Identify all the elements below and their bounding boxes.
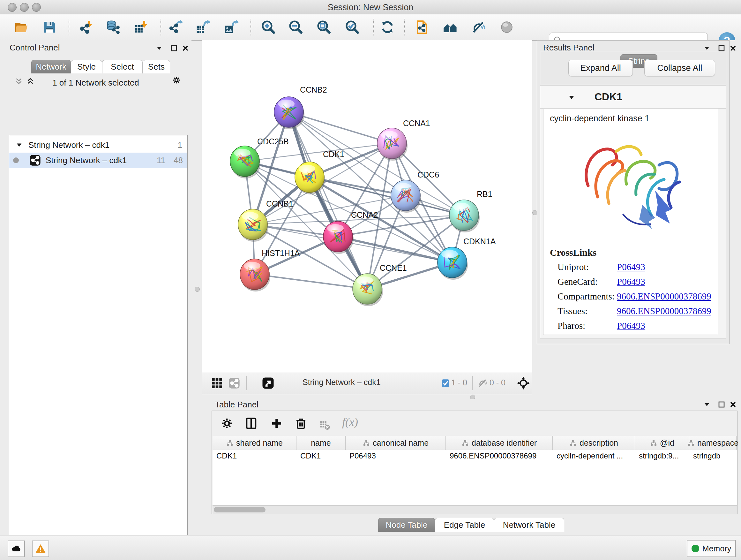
birds-eye-view-icon[interactable]	[210, 376, 224, 390]
close-panel-icon[interactable]	[729, 400, 737, 409]
save-session-button[interactable]	[40, 18, 59, 37]
tab-node-table[interactable]: Node Table	[378, 518, 435, 532]
network-row-selected[interactable]: String Network – cdk1 11 48	[9, 152, 187, 168]
crosslink-row: Uniprot:P06493	[557, 262, 714, 272]
import-network-from-database-button[interactable]	[104, 18, 123, 37]
export-table-button[interactable]	[194, 18, 212, 37]
import-network-from-file-button[interactable]	[77, 18, 96, 37]
selected-checkbox-icon[interactable]	[439, 376, 453, 390]
delete-column-trash-icon[interactable]	[294, 417, 308, 430]
float-panel-icon[interactable]	[718, 44, 726, 52]
horizontal-scrollbar-track[interactable]	[212, 505, 737, 514]
share-document-button[interactable]	[413, 18, 431, 37]
node-CDKN1A[interactable]: CDKN1A	[437, 237, 496, 280]
crosslink-link[interactable]: 9606.ENSP00000378699	[617, 291, 711, 302]
node-label-CCNB1: CCNB1	[266, 199, 293, 208]
node-entry-section: CDK1 cyclin-dependent kinase 1	[540, 85, 726, 338]
column-label: name	[311, 438, 331, 448]
table-cell[interactable]: P06493	[346, 450, 446, 462]
panel-menu-caret-icon[interactable]	[703, 400, 711, 409]
column-header-namespace[interactable]: namespace	[689, 436, 737, 450]
table-cell[interactable]: CDK1	[296, 450, 346, 462]
toolbar-separator	[404, 19, 405, 36]
cloud-button[interactable]	[8, 541, 25, 557]
float-panel-icon[interactable]	[718, 400, 726, 409]
float-panel-icon[interactable]	[170, 44, 178, 52]
warnings-button[interactable]	[32, 541, 49, 557]
crosslink-label: Compartments:	[557, 291, 615, 301]
memory-button[interactable]: Memory	[687, 540, 736, 557]
gear-icon[interactable]	[172, 76, 181, 84]
expand-all-button[interactable]: Expand All	[568, 60, 633, 76]
table-gear-icon[interactable]	[221, 417, 233, 429]
table-cell[interactable]: stringdb:9...	[635, 450, 689, 462]
add-column-icon[interactable]	[270, 417, 283, 430]
left-splitter-grip[interactable]	[195, 287, 200, 292]
column-header-sharedname[interactable]: shared name	[212, 436, 296, 450]
crosslink-link[interactable]: 9606.ENSP00000378699	[617, 306, 711, 316]
edge-CCNA2-CDKN1A[interactable]	[338, 237, 452, 262]
home-button[interactable]	[441, 18, 460, 37]
crosslink-link[interactable]: P06493	[617, 276, 645, 287]
zoom-fit-button[interactable]	[314, 18, 333, 37]
tab-network[interactable]: Network	[31, 60, 71, 73]
tab-edge-table[interactable]: Edge Table	[435, 518, 494, 532]
close-panel-icon[interactable]	[729, 44, 737, 52]
zoom-out-button[interactable]	[286, 18, 305, 37]
panel-menu-caret-icon[interactable]	[155, 44, 163, 52]
open-session-button[interactable]	[12, 18, 30, 37]
network-overview-icon[interactable]	[227, 376, 241, 390]
column-header-databaseidentifier[interactable]: database identifier	[446, 436, 553, 450]
tab-select[interactable]: Select	[102, 60, 143, 73]
collapse-all-button[interactable]: Collapse All	[644, 60, 715, 76]
column-header-canonicalname[interactable]: canonical name	[346, 436, 446, 450]
entry-collapse-caret-icon[interactable]	[568, 94, 576, 101]
panel-menu-caret-icon[interactable]	[703, 44, 711, 52]
export-image-button[interactable]	[222, 18, 241, 37]
node-RB1[interactable]: RB1	[449, 190, 492, 233]
table-cell[interactable]: cyclin-dependent ...	[553, 450, 635, 462]
column-type-icon	[687, 439, 695, 447]
hide-graphics-details-button[interactable]	[497, 18, 516, 37]
open-in-new-window-icon[interactable]	[261, 376, 275, 390]
import-network-from-database-icon	[106, 19, 121, 35]
column-header-id[interactable]: @id	[635, 436, 689, 450]
edge-HIST1H1A-CCNE1[interactable]	[255, 274, 367, 289]
show-graphics-details-button[interactable]	[469, 18, 488, 37]
table-cell[interactable]: 9606.ENSP00000378699	[446, 450, 553, 462]
zoom-selected-button[interactable]	[343, 18, 361, 37]
table-cell[interactable]: CDK1	[212, 450, 296, 462]
refresh-network-icon	[380, 19, 395, 35]
refresh-network-button[interactable]	[378, 18, 397, 37]
horizontal-scrollbar-thumb[interactable]	[214, 507, 266, 512]
node-label-CDK1: CDK1	[323, 150, 344, 159]
tab-style[interactable]: Style	[71, 60, 102, 73]
share-document-icon	[414, 19, 429, 35]
node-CCNB2[interactable]: CCNB2	[274, 85, 327, 129]
node-CCNA1[interactable]: CCNA1	[377, 119, 430, 161]
table-cell[interactable]: stringdb	[689, 450, 737, 462]
close-panel-icon[interactable]	[181, 44, 190, 52]
import-table-from-file-button[interactable]	[132, 18, 151, 37]
network-collection-row[interactable]: String Network – cdk1 1	[9, 137, 187, 152]
column-header-name[interactable]: name	[296, 436, 346, 450]
crosslink-link[interactable]: P06493	[617, 262, 645, 272]
fit-selected-crosshair-icon[interactable]	[516, 376, 530, 390]
network-canvas[interactable]: CCNB2CCNA1CDC25BCDK1CDC6RB1CCNB1CCNA2CDK…	[202, 40, 532, 372]
edge-CCNB2-CCNE1[interactable]	[289, 112, 367, 289]
home-icon	[443, 19, 458, 35]
tab-sets[interactable]: Sets	[143, 60, 170, 73]
crosslink-link[interactable]: P06493	[617, 320, 645, 331]
column-label: database identifier	[472, 438, 537, 448]
show-columns-icon[interactable]	[245, 417, 258, 430]
hidden-node-edge-counts: 0 - 0	[489, 378, 506, 387]
node-CCNE1[interactable]: CCNE1	[353, 263, 407, 306]
column-header-description[interactable]: description	[553, 436, 635, 450]
export-network-button[interactable]	[166, 18, 185, 37]
node-count: 11	[157, 155, 165, 165]
tree-expander-icon[interactable]	[16, 141, 23, 148]
tab-network-table[interactable]: Network Table	[494, 518, 564, 532]
node-HIST1H1A[interactable]: HIST1H1A	[240, 249, 300, 292]
toolbar-separator	[251, 19, 251, 36]
zoom-in-button[interactable]	[259, 18, 277, 37]
